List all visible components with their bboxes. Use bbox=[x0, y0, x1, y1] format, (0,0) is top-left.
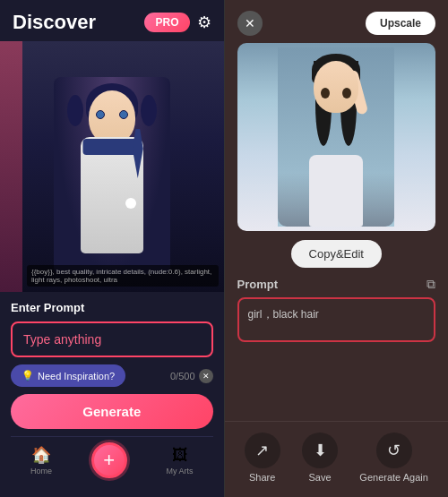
save-icon: ⬇ bbox=[314, 441, 327, 460]
prompt-header-row: Prompt ⧉ bbox=[237, 277, 436, 292]
settings-icon[interactable]: ⚙ bbox=[197, 13, 211, 32]
left-panel: Discover PRO ⚙ bbox=[0, 0, 224, 497]
generate-button[interactable]: Generate bbox=[11, 394, 213, 429]
right-actions: ↗ Share ⬇ Save ↺ Generate Again bbox=[225, 421, 449, 497]
side-images bbox=[0, 41, 22, 292]
right-panel: ✕ Upscale bbox=[225, 0, 449, 497]
right-header: ✕ Upscale bbox=[225, 0, 449, 43]
share-icon: ↗ bbox=[255, 441, 269, 460]
left-header: Discover PRO ⚙ bbox=[0, 0, 224, 41]
pro-badge[interactable]: PRO bbox=[144, 13, 189, 32]
upscale-button[interactable]: Upscale bbox=[366, 12, 435, 35]
right-image bbox=[237, 43, 436, 231]
char-count-text: 0/500 bbox=[170, 371, 195, 381]
bottom-section: Enter Prompt Type anything 💡 Need Inspir… bbox=[0, 292, 224, 491]
home-label: Home bbox=[30, 467, 52, 476]
page-title: Discover bbox=[13, 11, 96, 34]
prompt-section-label: Prompt bbox=[237, 278, 279, 291]
inspiration-button[interactable]: 💡 Need Inspiration? bbox=[11, 364, 125, 387]
nav-myarts[interactable]: 🖼 My Arts bbox=[167, 446, 194, 476]
char-eyes bbox=[96, 110, 128, 119]
nav-home[interactable]: 🏠 Home bbox=[30, 445, 52, 476]
generate-again-icon-circle: ↺ bbox=[376, 433, 412, 468]
share-button[interactable]: ↗ Share bbox=[245, 433, 280, 483]
generate-again-button[interactable]: ↺ Generate Again bbox=[359, 433, 427, 483]
copy-edit-button[interactable]: Copy&Edit bbox=[291, 240, 382, 268]
bottom-nav: 🏠 Home + 🖼 My Arts bbox=[11, 436, 213, 482]
right-prompt-section: Prompt ⧉ girl，black hair bbox=[237, 277, 436, 421]
close-button[interactable]: ✕ bbox=[237, 11, 263, 36]
save-button[interactable]: ⬇ Save bbox=[302, 433, 338, 483]
myarts-icon: 🖼 bbox=[172, 446, 188, 465]
header-right: PRO ⚙ bbox=[144, 13, 211, 32]
girl-eyes bbox=[321, 88, 351, 99]
myarts-label: My Arts bbox=[167, 467, 194, 476]
share-icon-circle: ↗ bbox=[245, 433, 280, 468]
main-image-container: {{boy}}, best quality, intricate details… bbox=[0, 41, 224, 292]
right-image-container bbox=[237, 43, 436, 231]
prompt-input-text: Type anything bbox=[23, 332, 101, 347]
anime-figure bbox=[54, 77, 170, 274]
share-label: Share bbox=[249, 472, 275, 483]
clear-button[interactable]: ✕ bbox=[199, 369, 213, 383]
prompt-overlay: {{boy}}, best quality, intricate details… bbox=[27, 265, 219, 287]
inspiration-label: Need Inspiration? bbox=[38, 371, 115, 381]
char-count: 0/500 ✕ bbox=[170, 369, 213, 383]
prompt-content: girl，black hair bbox=[237, 297, 436, 342]
bulb-icon: 💡 bbox=[22, 370, 34, 381]
inspiration-row: 💡 Need Inspiration? 0/500 ✕ bbox=[11, 364, 213, 387]
copy-icon[interactable]: ⧉ bbox=[426, 277, 435, 292]
generate-again-label: Generate Again bbox=[359, 472, 427, 483]
save-icon-circle: ⬇ bbox=[302, 433, 338, 468]
nav-add-button[interactable]: + bbox=[91, 442, 127, 478]
enter-prompt-label: Enter Prompt bbox=[11, 301, 213, 314]
save-label: Save bbox=[308, 472, 331, 483]
prompt-input[interactable]: Type anything bbox=[11, 321, 213, 357]
refresh-icon: ↺ bbox=[387, 441, 401, 460]
home-icon: 🏠 bbox=[31, 445, 51, 465]
main-image: {{boy}}, best quality, intricate details… bbox=[0, 41, 224, 292]
add-label: + bbox=[103, 449, 115, 472]
